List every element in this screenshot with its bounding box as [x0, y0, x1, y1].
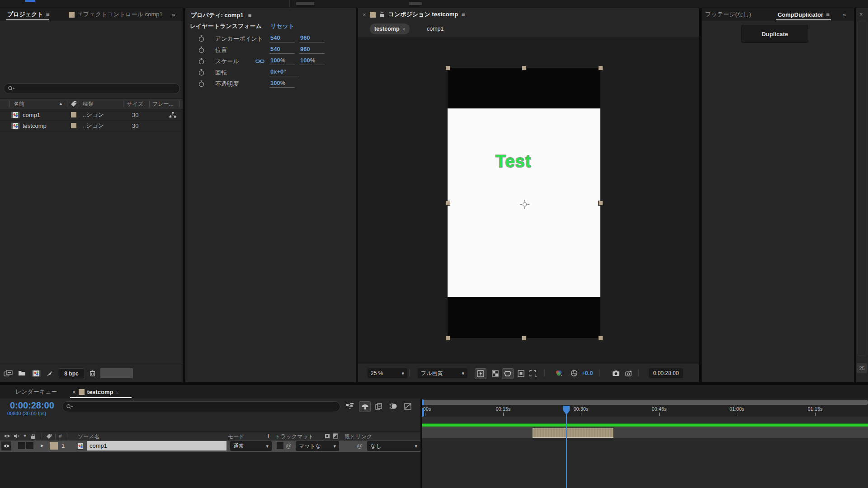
- video-column-eye-icon[interactable]: [4, 434, 10, 438]
- property-value-y[interactable]: 960: [299, 34, 325, 42]
- playhead-line[interactable]: [566, 414, 567, 488]
- tab-footage[interactable]: フッテージ(なし): [705, 8, 751, 21]
- exposure-reset-icon[interactable]: [569, 368, 580, 378]
- project-search-input[interactable]: [4, 83, 180, 94]
- mode-column[interactable]: モード: [228, 433, 245, 441]
- rocket-icon[interactable]: [46, 370, 53, 377]
- tab-compduplicator[interactable]: CompDuplicator: [778, 8, 830, 21]
- anchor-point-crosshair[interactable]: [520, 200, 529, 209]
- layer-solo-toggle[interactable]: [18, 442, 25, 449]
- tab-render-queue[interactable]: レンダーキュー: [15, 385, 57, 399]
- blend-mode-dropdown[interactable]: 通常: [230, 441, 272, 451]
- property-value[interactable]: 0x+0°: [269, 68, 299, 76]
- work-area-start-handle[interactable]: [422, 399, 424, 405]
- new-folder-icon[interactable]: [18, 370, 26, 376]
- label-color-swatch[interactable]: [69, 12, 75, 18]
- label-color-swatch[interactable]: [370, 12, 376, 18]
- layer-label-swatch[interactable]: [50, 442, 58, 450]
- reset-link[interactable]: リセット: [270, 22, 294, 30]
- composition-viewer[interactable]: Test: [358, 37, 699, 364]
- track-matte-column[interactable]: トラックマット: [275, 433, 314, 441]
- panel-overflow-button[interactable]: [843, 8, 846, 21]
- tab-effect-controls[interactable]: エフェクトコントロール comp1: [69, 8, 163, 21]
- parent-pickwhip-icon[interactable]: @: [357, 442, 363, 449]
- bit-depth-button[interactable]: 8 bpc: [58, 368, 85, 379]
- transparency-grid-icon[interactable]: [490, 368, 500, 378]
- snapshot-camera-icon[interactable]: [610, 368, 621, 378]
- layer-list-empty-area[interactable]: [0, 452, 420, 488]
- sort-ascending-icon[interactable]: ▲: [59, 101, 63, 106]
- close-panel-icon[interactable]: [859, 11, 863, 18]
- footer-drag-area[interactable]: [100, 368, 133, 378]
- fast-previews-icon[interactable]: [475, 368, 486, 379]
- time-ruler[interactable]: 0:00s 00:15s 00:30s 00:45s 01:00s 01:15s: [422, 405, 868, 417]
- column-size[interactable]: サイズ: [127, 100, 143, 108]
- comp-start-handle[interactable]: [422, 408, 424, 417]
- column-type[interactable]: 種類: [83, 100, 94, 108]
- stopwatch-icon[interactable]: [198, 35, 205, 42]
- property-value-y[interactable]: 100%: [299, 57, 325, 65]
- audio-column-speaker-icon[interactable]: [14, 433, 19, 439]
- matte-pickwhip-icon[interactable]: @: [286, 442, 292, 449]
- property-value-x[interactable]: 100%: [269, 57, 295, 65]
- panel-menu-icon[interactable]: [46, 11, 50, 18]
- stopwatch-icon[interactable]: [198, 69, 205, 76]
- guides-options-icon[interactable]: [515, 368, 526, 378]
- label-color-swatch[interactable]: [79, 389, 85, 395]
- source-name-column[interactable]: ソース名: [78, 433, 100, 441]
- property-value-x[interactable]: 540: [269, 34, 295, 42]
- channels-icon[interactable]: [553, 368, 564, 378]
- stopwatch-icon[interactable]: [198, 80, 205, 87]
- parent-link-dropdown[interactable]: なし: [367, 441, 420, 451]
- trash-icon[interactable]: [90, 370, 95, 376]
- selection-handle[interactable]: [598, 201, 603, 206]
- stopwatch-icon[interactable]: [198, 47, 205, 53]
- new-composition-icon[interactable]: [32, 370, 41, 377]
- graph-editor-icon[interactable]: [402, 401, 413, 411]
- side-strip-value-box[interactable]: 25: [857, 363, 867, 373]
- close-tab-icon[interactable]: [72, 389, 76, 395]
- project-row-testcomp[interactable]: testcomp ..ション 30: [0, 120, 183, 131]
- timeline-search-input[interactable]: [62, 401, 340, 412]
- parent-link-column[interactable]: 親とリンク: [344, 433, 372, 441]
- selection-handle[interactable]: [598, 336, 603, 341]
- label-column-tag-icon[interactable]: [46, 433, 52, 439]
- motion-blur-icon[interactable]: [388, 401, 399, 411]
- property-value[interactable]: 100%: [269, 80, 295, 88]
- selection-handle[interactable]: [445, 66, 450, 70]
- label-color-swatch[interactable]: [71, 123, 76, 128]
- preserve-transparency-label[interactable]: T: [267, 433, 270, 439]
- track-matte-dropdown[interactable]: マットな: [296, 441, 339, 451]
- stopwatch-icon[interactable]: [198, 58, 205, 65]
- panel-menu-icon[interactable]: [462, 11, 465, 18]
- layer-track-lane[interactable]: [422, 427, 868, 439]
- composition-canvas[interactable]: Test: [448, 68, 600, 338]
- matte-invert-icon[interactable]: [333, 433, 339, 439]
- show-snapshot-icon[interactable]: [623, 368, 634, 378]
- index-column-label[interactable]: #: [59, 433, 62, 439]
- shy-layers-icon[interactable]: [359, 401, 371, 412]
- label-color-swatch[interactable]: [71, 112, 76, 117]
- unlock-icon[interactable]: [379, 11, 385, 18]
- label-column-tag-icon[interactable]: [71, 101, 77, 107]
- link-dimensions-icon[interactable]: [255, 59, 264, 64]
- track-empty-area[interactable]: [422, 438, 868, 488]
- column-name[interactable]: 名前: [14, 100, 24, 108]
- usage-flowchart-icon[interactable]: [169, 112, 176, 118]
- breadcrumb-parent[interactable]: comp1: [427, 26, 444, 32]
- panel-menu-icon[interactable]: [116, 389, 119, 395]
- matte-toggle-icon[interactable]: [325, 433, 330, 439]
- property-value-x[interactable]: 540: [269, 46, 295, 54]
- selection-handle[interactable]: [522, 336, 527, 341]
- selection-handle[interactable]: [598, 66, 603, 70]
- breadcrumb-current[interactable]: testcomp ‹: [370, 23, 410, 34]
- magnification-dropdown[interactable]: 25 %: [368, 368, 407, 378]
- panel-menu-icon[interactable]: [248, 12, 251, 19]
- column-frame-rate[interactable]: フレー...: [152, 100, 174, 108]
- layer-row-comp1[interactable]: ▸ 1 comp1 通常 @ マットな @ なし: [0, 441, 420, 452]
- composition-mini-flowchart-icon[interactable]: [344, 401, 355, 411]
- solo-column-icon[interactable]: ●: [24, 433, 26, 438]
- item-name[interactable]: testcomp: [23, 122, 47, 129]
- lock-column-icon[interactable]: [31, 433, 36, 439]
- selection-handle[interactable]: [522, 66, 527, 70]
